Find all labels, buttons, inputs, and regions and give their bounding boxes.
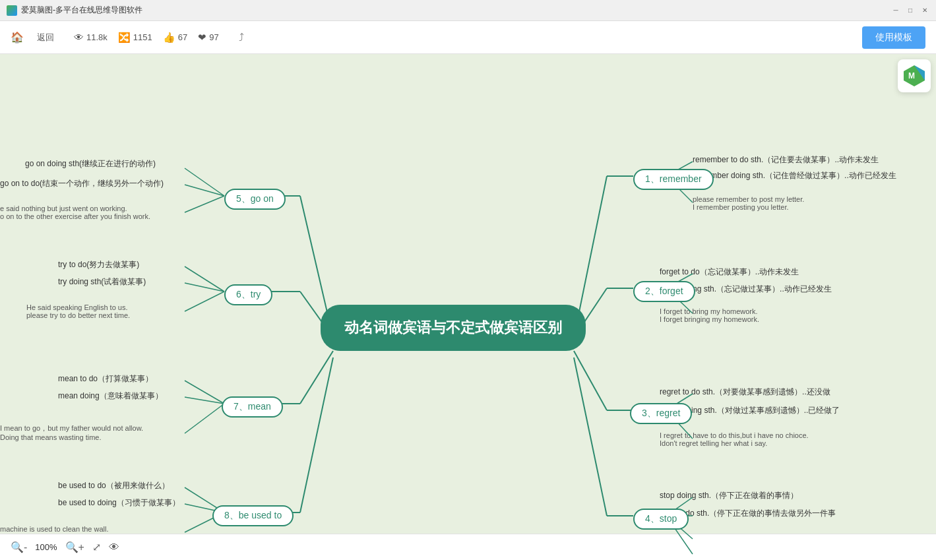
views-count: 11.8k (86, 32, 108, 42)
likes-count: 67 (178, 32, 187, 42)
window-controls: ─ □ ✕ (891, 6, 929, 15)
node-be-used-to[interactable]: 8、be used to (212, 505, 294, 526)
stats-bar: 👁 11.8k 🔀 1151 👍 67 ❤ 97 (74, 32, 219, 44)
node-go-on-label: 5、go on (236, 193, 274, 204)
svg-line-24 (185, 404, 224, 433)
svg-line-19 (185, 266, 224, 292)
favorites-count: 97 (209, 32, 218, 42)
center-node: 动名词做宾语与不定式做宾语区别 (321, 305, 586, 351)
likes-stat: 👍 67 (163, 32, 187, 44)
minimize-button[interactable]: ─ (891, 6, 900, 15)
back-label: 返回 (37, 32, 54, 44)
forks-count: 1151 (133, 32, 152, 42)
node-be-used-to-label: 8、be used to (224, 510, 282, 520)
close-button[interactable]: ✕ (920, 6, 929, 15)
node-go-on[interactable]: 5、go on (224, 189, 286, 210)
node-regret[interactable]: 3、regret (630, 403, 692, 424)
node-stop[interactable]: 4、stop (633, 509, 689, 530)
heart-icon: ❤ (198, 32, 206, 44)
fork-icon: 🔀 (118, 32, 131, 44)
svg-line-17 (185, 185, 224, 196)
home-button[interactable]: 🏠 (11, 31, 24, 44)
titlebar: 爱莫脑图-多平台在线思维导图软件 ─ □ ✕ (0, 0, 936, 21)
node-forget[interactable]: 2、forget (633, 281, 695, 302)
logo-overlay: M (898, 59, 931, 92)
eye-icon: 👁 (74, 32, 84, 43)
views-stat: 👁 11.8k (74, 32, 108, 43)
node-remember[interactable]: 1、remember (633, 169, 714, 190)
node-regret-label: 3、regret (642, 408, 680, 418)
mindmap-canvas: 动名词做宾语与不定式做宾语区别 5、go on go on doing sth(… (0, 54, 936, 560)
back-button[interactable]: 返回 (37, 32, 54, 44)
maximize-button[interactable]: □ (906, 6, 915, 15)
node-mean[interactable]: 7、mean (222, 396, 283, 418)
app-title: 爱莫脑图-多平台在线思维导图软件 (21, 5, 891, 16)
favorites-stat: ❤ 97 (198, 32, 218, 44)
logo-icon: M (902, 64, 926, 88)
svg-line-4 (300, 351, 333, 404)
like-icon: 👍 (163, 32, 175, 44)
app-icon (7, 5, 17, 16)
svg-line-21 (185, 292, 224, 311)
share-icon[interactable]: ⤴ (239, 32, 244, 44)
home-icon: 🏠 (11, 31, 24, 44)
use-template-button[interactable]: 使用模板 (862, 26, 925, 49)
svg-line-16 (185, 168, 224, 196)
toolbar: 🏠 返回 👁 11.8k 🔀 1151 👍 67 ❤ 97 ⤴ 使用模板 (0, 21, 936, 54)
node-stop-label: 4、stop (645, 513, 677, 524)
node-try[interactable]: 6、try (224, 284, 272, 305)
svg-text:M: M (908, 71, 915, 80)
node-try-label: 6、try (236, 289, 261, 299)
node-remember-label: 1、remember (645, 173, 702, 184)
svg-line-6 (300, 358, 333, 513)
forks-stat: 🔀 1151 (118, 32, 152, 44)
node-mean-label: 7、mean (234, 401, 271, 412)
svg-line-18 (185, 196, 224, 212)
node-forget-label: 2、forget (645, 286, 683, 296)
